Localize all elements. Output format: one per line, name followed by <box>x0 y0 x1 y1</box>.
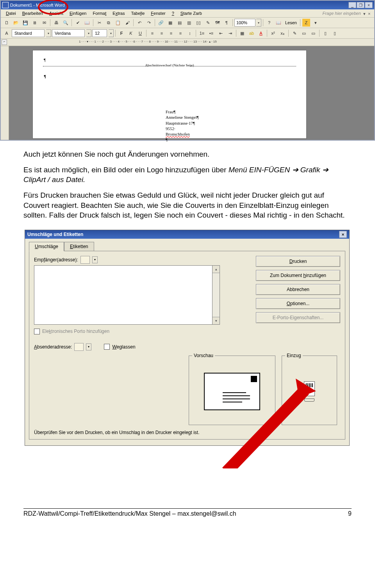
menu-extras[interactable]: Extras <box>110 11 127 16</box>
superscript-icon[interactable]: x² <box>269 29 277 38</box>
close-button[interactable]: × <box>365 2 373 8</box>
font-color-icon[interactable]: A <box>257 29 265 38</box>
feed-area[interactable] <box>286 362 333 421</box>
help-dropdown-icon[interactable]: ▾ <box>363 11 367 15</box>
numbering-icon[interactable]: 1≡ <box>198 29 206 38</box>
redo-icon[interactable]: ↷ <box>145 18 153 27</box>
read-layout-icon[interactable]: 📖 <box>274 18 283 27</box>
align-center-icon[interactable]: ≡ <box>157 29 166 38</box>
dialog-close-button[interactable]: × <box>339 231 347 238</box>
options-button[interactable]: Optionen... <box>256 298 340 309</box>
menu-tabelle[interactable]: Tabelle <box>128 11 147 16</box>
print-button[interactable]: Drucken <box>256 256 340 267</box>
recipient-scrollbar[interactable]: ▴ ▾ <box>212 265 220 325</box>
cancel-button[interactable]: Abbrechen <box>256 284 340 295</box>
permission-icon[interactable]: 🗎 <box>30 18 39 27</box>
help-icon[interactable]: ? <box>265 18 273 27</box>
italic-icon[interactable]: K <box>127 29 135 38</box>
fontsize-combo[interactable]: 12 <box>92 29 107 37</box>
underline-icon[interactable]: U <box>136 29 145 38</box>
insert-table-icon[interactable]: ▤ <box>175 18 184 27</box>
tab-etiketten[interactable]: Etiketten <box>64 242 94 251</box>
cut-icon[interactable]: ✂ <box>95 18 104 27</box>
line-spacing-icon[interactable]: ↕ <box>186 29 194 38</box>
spellcheck-icon[interactable]: ✔ <box>73 18 82 27</box>
horizontal-ruler[interactable]: ⌐ 1 · · · ▾ · · · 1 · · · 2 · · · 3 · · … <box>1 39 374 46</box>
font-dropdown-icon[interactable]: ▾ <box>86 29 91 37</box>
align-justify-icon[interactable]: ≡ <box>176 29 185 38</box>
font-combo[interactable]: Verdana <box>52 29 85 37</box>
docmap-icon[interactable]: 🗺 <box>213 18 221 27</box>
styles-pane-icon[interactable]: A <box>2 29 11 38</box>
minimize-button[interactable]: ‗ <box>348 2 356 8</box>
omit-checkbox[interactable] <box>104 344 110 350</box>
excel-icon[interactable]: ▥ <box>185 18 193 27</box>
tab-umschlaege[interactable]: Umschläge <box>29 242 64 251</box>
preview-area[interactable] <box>193 362 271 421</box>
menu-format[interactable]: Format <box>90 11 109 16</box>
print-icon[interactable]: 🖶 <box>52 18 61 27</box>
extra2-icon[interactable]: ▭ <box>300 29 308 38</box>
extra5-icon[interactable]: ▯ <box>330 29 339 38</box>
paste-icon[interactable]: 📋 <box>114 18 122 27</box>
align-right-icon[interactable]: ≡ <box>167 29 175 38</box>
menu-einfuegen[interactable]: Einfügen <box>67 11 89 16</box>
columns-icon[interactable]: ▯▯ <box>194 18 203 27</box>
addressbook-dropdown-icon[interactable]: ▾ <box>92 256 98 263</box>
fontsize-dropdown-icon[interactable]: ▾ <box>109 29 114 37</box>
help-close-icon[interactable]: × <box>368 11 372 15</box>
indent-icon[interactable]: ⇥ <box>226 29 234 38</box>
zarb-icon[interactable]: Z <box>302 18 311 27</box>
recipient-textarea[interactable] <box>34 265 212 325</box>
mail-icon[interactable]: ✉ <box>40 18 48 27</box>
toolbar-overflow-icon[interactable]: ▾ <box>311 18 320 27</box>
show-para-icon[interactable]: ¶ <box>222 18 231 27</box>
help-search-box[interactable]: Frage hier eingeben <box>323 11 362 16</box>
document-page[interactable]: ¶ Abschnittswechsel (Nächste Seite) ¶ Fr… <box>32 50 307 139</box>
research-icon[interactable]: 📖 <box>83 18 91 27</box>
undo-icon[interactable]: ↶ <box>135 18 144 27</box>
menu-bearbeiten[interactable]: Bearbeiten <box>20 11 46 16</box>
read-layout-label[interactable]: Lesen <box>285 20 297 25</box>
outdent-icon[interactable]: ⇤ <box>216 29 225 38</box>
style-combo[interactable]: Standard <box>12 29 45 37</box>
menu-datei[interactable]: Datei <box>3 11 19 16</box>
subscript-icon[interactable]: x₂ <box>278 29 287 38</box>
drawing-icon[interactable]: ✎ <box>204 18 212 27</box>
open-icon[interactable]: 📂 <box>12 18 20 27</box>
addressbook-icon[interactable] <box>80 256 90 264</box>
print-preview-icon[interactable]: 🔍 <box>61 18 70 27</box>
menu-startezarb[interactable]: Starte Zarb <box>178 11 205 16</box>
restore-button[interactable]: ❐ <box>357 2 364 8</box>
new-doc-icon[interactable]: 🗋 <box>2 18 11 27</box>
extra3-icon[interactable]: ▭ <box>309 29 318 38</box>
sender-addressbook-dropdown-icon[interactable]: ▾ <box>86 343 91 350</box>
eporto-checkbox[interactable] <box>34 329 40 334</box>
hyperlink-icon[interactable]: 🔗 <box>157 18 165 27</box>
zoom-dropdown-icon[interactable]: ▾ <box>256 19 261 27</box>
bullets-icon[interactable]: •≡ <box>207 29 216 38</box>
extra1-icon[interactable]: ✎ <box>290 29 299 38</box>
format-painter-icon[interactable]: 🖌 <box>123 18 132 27</box>
sender-addressbook-icon[interactable] <box>74 343 84 351</box>
extra4-icon[interactable]: ▯ <box>321 29 330 38</box>
menu-help[interactable]: ? <box>169 11 177 16</box>
vertical-ruler[interactable] <box>1 46 9 140</box>
highlight-icon[interactable]: ab <box>247 29 256 38</box>
style-dropdown-icon[interactable]: ▾ <box>46 29 51 37</box>
save-icon[interactable]: 💾 <box>21 18 30 27</box>
copy-icon[interactable]: ⧉ <box>104 18 113 27</box>
tables-borders-icon[interactable]: ▦ <box>166 18 175 27</box>
menu-ansicht[interactable]: Ansicht <box>46 11 66 16</box>
borders-icon[interactable]: ▦ <box>238 29 246 38</box>
menu-fenster[interactable]: Fenster <box>148 11 168 16</box>
scroll-up-icon[interactable]: ▴ <box>212 266 220 273</box>
bold-icon[interactable]: F <box>117 29 126 38</box>
ruler-corner[interactable]: ⌐ <box>2 39 7 45</box>
zoom-combo[interactable]: 100% <box>234 19 255 27</box>
scroll-down-icon[interactable]: ▾ <box>212 317 220 324</box>
eporto-button[interactable]: E-Porto-Eigenschaften... <box>256 312 340 323</box>
align-left-icon[interactable]: ≡ <box>148 29 157 38</box>
scroll-track[interactable] <box>212 273 220 317</box>
add-to-doc-button[interactable]: Zum Dokument hinzufügen <box>256 270 340 281</box>
